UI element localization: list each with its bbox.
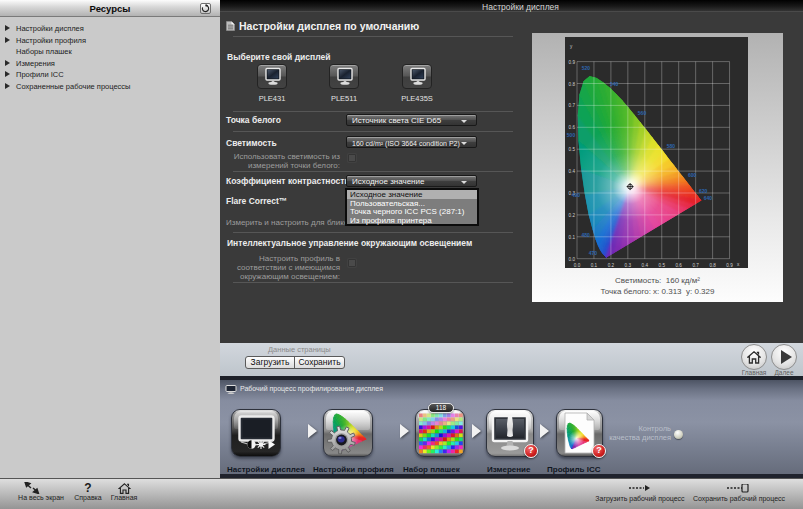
svg-text:0.4: 0.4 [642, 263, 649, 268]
svg-text:500: 500 [567, 132, 576, 138]
svg-text:470: 470 [589, 250, 598, 256]
svg-text:0.0: 0.0 [569, 257, 576, 262]
svg-text:0.8: 0.8 [569, 82, 576, 87]
svg-text:520: 520 [582, 65, 591, 71]
svg-text:0.1: 0.1 [591, 263, 598, 268]
svg-text:600: 600 [688, 172, 697, 178]
svg-text:0.6: 0.6 [569, 125, 576, 130]
svg-text:620: 620 [699, 188, 708, 194]
svg-text:0.7: 0.7 [692, 263, 699, 268]
svg-text:y: y [570, 44, 573, 49]
svg-text:0.4: 0.4 [569, 169, 576, 174]
svg-text:0.9: 0.9 [569, 60, 576, 65]
svg-text:0.3: 0.3 [625, 263, 632, 268]
svg-text:0.6: 0.6 [676, 263, 683, 268]
svg-text:0.9: 0.9 [726, 263, 733, 268]
svg-text:580: 580 [667, 143, 676, 149]
svg-text:490: 490 [572, 192, 581, 198]
svg-text:0.2: 0.2 [608, 263, 615, 268]
svg-text:480: 480 [582, 232, 591, 238]
svg-text:0.1: 0.1 [569, 235, 576, 240]
svg-text:x: x [737, 262, 740, 267]
svg-text:640: 640 [704, 195, 713, 201]
svg-text:0.7: 0.7 [569, 103, 576, 108]
svg-text:0.0: 0.0 [574, 263, 581, 268]
svg-text:0.8: 0.8 [709, 263, 716, 268]
svg-text:0.5: 0.5 [569, 147, 576, 152]
svg-text:0.5: 0.5 [659, 263, 666, 268]
svg-text:0.2: 0.2 [569, 213, 576, 218]
svg-text:560: 560 [638, 110, 647, 116]
svg-text:540: 540 [610, 81, 619, 87]
